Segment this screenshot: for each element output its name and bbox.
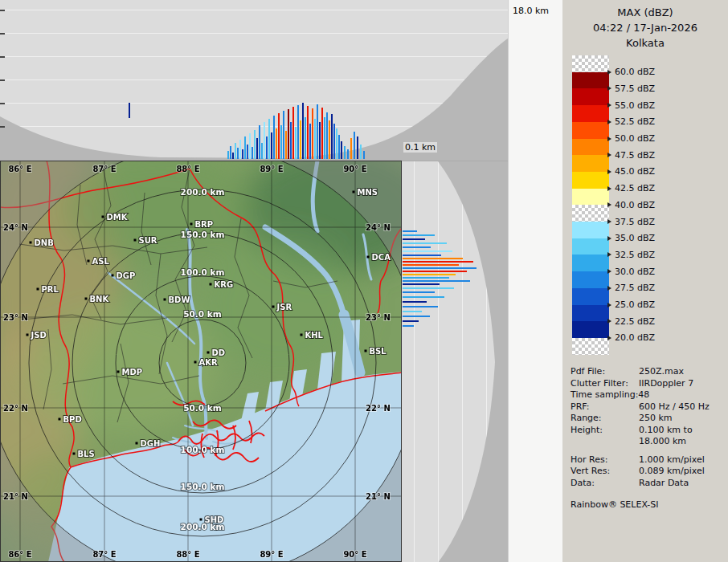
echo-bar [403, 274, 456, 275]
legend-scale-label: 20.0 dBZ [607, 333, 655, 343]
city-marker [88, 260, 90, 263]
echo-bar [264, 122, 265, 159]
legend-tick-icon [607, 136, 611, 141]
height-axis-tick [0, 33, 5, 35]
echo-bar [278, 113, 280, 159]
legend-scale-label: 30.0 dBZ [607, 267, 655, 276]
legend-swatch [572, 155, 609, 172]
echo-bar [271, 132, 272, 159]
echo-bar [333, 124, 335, 159]
echo-bar [357, 136, 358, 159]
echo-bar [403, 234, 435, 236]
city-label: ASL [92, 257, 110, 266]
echo-bar [237, 148, 239, 159]
legend-swatch [572, 122, 609, 139]
range-ring-label: 150.0 km [181, 482, 225, 491]
echo-bar [326, 112, 328, 159]
legend-scale-label: 25.0 dBZ [607, 300, 655, 310]
city-label: DCA [372, 253, 391, 262]
legend-scale-label: 55.0 dBZ [607, 100, 655, 110]
lon-label: 86° E [8, 550, 31, 559]
height-axis-strip [508, 0, 563, 562]
echo-bar [347, 149, 349, 159]
echo-bar [329, 120, 330, 159]
echo-bar [403, 246, 431, 248]
lon-label: 86° E [8, 165, 31, 173]
city-marker [272, 306, 275, 308]
city-label: DD [212, 348, 226, 357]
echo-bar [259, 125, 260, 159]
legend-swatch [572, 338, 609, 355]
legend-swatch [572, 55, 609, 72]
city-label: KHL [305, 331, 324, 340]
echo-bar [403, 320, 419, 322]
radar-map-panel: 86° E86° E87° E87° E88° E88° E89° E89° E… [0, 161, 402, 562]
echo-bar [317, 104, 318, 159]
legend-swatch [572, 288, 609, 305]
city-label: DGP [117, 271, 136, 280]
echo-bar [288, 109, 289, 159]
city-marker [207, 352, 210, 354]
metadata-row: Data:Radar Data [571, 478, 725, 490]
legend-tick-icon [607, 236, 611, 241]
legend-scale-label: 42.5 dBZ [607, 184, 655, 193]
legend-swatch [572, 139, 609, 156]
echo-bar [403, 261, 473, 263]
radar-map: 86° E86° E87° E87° E88° E88° E89° E89° E… [0, 161, 402, 562]
height-axis-tick [0, 126, 5, 128]
city-marker [27, 334, 29, 336]
legend-tick-icon [607, 70, 611, 75]
city-label: SUR [139, 236, 157, 245]
legend-tick-icon [607, 219, 611, 224]
echo-bar [252, 147, 253, 159]
legend-swatch [572, 72, 609, 89]
metadata-row: Height:0.100 km to [571, 425, 725, 437]
echo-bar [285, 131, 287, 159]
echo-bar [309, 124, 311, 159]
echo-bar [247, 145, 248, 159]
echo-bar [300, 120, 301, 159]
range-ring-label: 200.0 km [181, 187, 225, 197]
legend-scale-label: 52.5 dBZ [607, 117, 655, 127]
horizontal-projection-panel [402, 161, 508, 562]
height-axis-tick [0, 56, 5, 58]
legend-scale-label: 37.5 dBZ [607, 217, 655, 226]
lon-label: 87° E [92, 550, 116, 559]
legend-tick-icon [607, 86, 611, 91]
city-label: BNK [90, 295, 110, 303]
city-marker [85, 298, 88, 300]
echo-bar [302, 103, 304, 159]
echo-bar [242, 149, 243, 159]
echo-bar [344, 146, 346, 159]
dbz-colorbar: 60.0 dBZ57.5 dBZ55.0 dBZ52.5 dBZ50.0 dBZ… [562, 0, 728, 369]
city-marker [200, 519, 202, 521]
echo-bar [338, 135, 340, 159]
legend-swatch [572, 189, 609, 206]
echo-bar [403, 301, 427, 303]
lat-label: 21° N [366, 492, 391, 501]
echo-bar [239, 140, 241, 159]
legend-scale-label: 57.5 dBZ [607, 83, 655, 93]
city-marker [37, 288, 39, 291]
legend-swatch [572, 105, 609, 122]
city-marker [59, 418, 61, 421]
lat-label: 23° N [3, 313, 28, 322]
echo-bar [341, 141, 342, 159]
echo-bar [403, 325, 414, 327]
height-axis-tick [0, 103, 5, 104]
echo-bar [403, 230, 417, 232]
echo-bar [268, 119, 270, 159]
echo-bar [273, 116, 275, 159]
legend-tick-icon [607, 120, 611, 124]
metadata-row: 18.000 km [571, 436, 725, 448]
echo-bar [403, 296, 444, 298]
echo-bar [331, 114, 333, 159]
legend-tick-icon [607, 252, 611, 257]
city-label: SHD [205, 515, 224, 524]
lat-label: 24° N [366, 223, 391, 232]
echo-bar [403, 291, 435, 293]
city-label: BRP [195, 220, 214, 229]
city-label: BLS [78, 450, 95, 458]
metadata-row: PRF:600 Hz / 450 Hz [571, 401, 725, 413]
legend-swatch [572, 172, 609, 189]
